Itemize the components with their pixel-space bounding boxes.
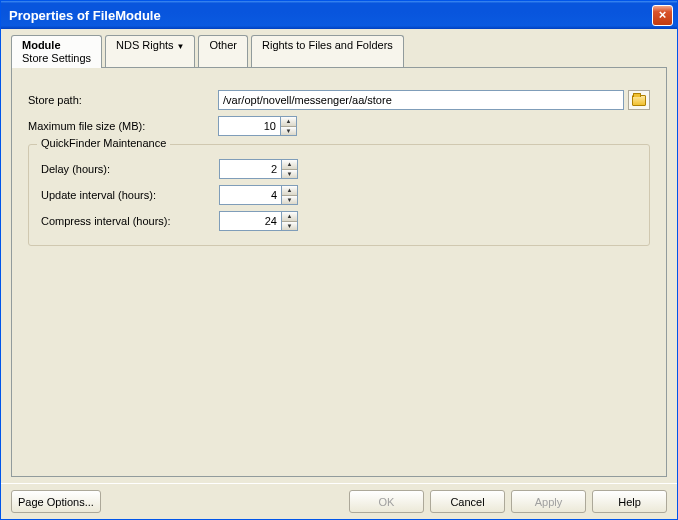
spin-down-icon[interactable]: ▼ [281, 127, 296, 136]
spin-down-icon[interactable]: ▼ [282, 222, 297, 231]
spin-up-icon[interactable]: ▲ [282, 186, 297, 196]
spin-down-icon[interactable]: ▼ [282, 170, 297, 179]
tab-module-label: Module [22, 39, 61, 51]
help-button[interactable]: Help [592, 490, 667, 513]
tab-other-label: Other [209, 39, 237, 51]
dialog-footer: Page Options... OK Cancel Apply Help [1, 483, 677, 519]
compress-spinner: ▲ ▼ [219, 211, 299, 231]
tab-panel: Store path: Maximum file size (MB): ▲ ▼ … [11, 67, 667, 477]
tab-nds-rights[interactable]: NDS Rights▼ [105, 35, 195, 67]
row-delay: Delay (hours): ▲ ▼ [41, 159, 637, 179]
store-path-input[interactable] [218, 90, 624, 110]
group-legend: QuickFinder Maintenance [37, 137, 170, 149]
folder-icon [632, 95, 646, 106]
tab-strip: Module Store Settings NDS Rights▼ Other … [11, 35, 667, 67]
update-label: Update interval (hours): [41, 189, 219, 201]
tab-module-sub: Store Settings [22, 52, 91, 65]
delay-spin-buttons: ▲ ▼ [281, 159, 298, 179]
close-button[interactable]: × [652, 5, 673, 26]
apply-button[interactable]: Apply [511, 490, 586, 513]
spin-up-icon[interactable]: ▲ [282, 212, 297, 222]
chevron-down-icon: ▼ [177, 42, 185, 51]
tab-rights-files[interactable]: Rights to Files and Folders [251, 35, 404, 67]
delay-spinner: ▲ ▼ [219, 159, 299, 179]
tab-nds-label: NDS Rights [116, 39, 173, 51]
dialog-window: Properties of FileModule × Module Store … [0, 0, 678, 520]
tab-module[interactable]: Module Store Settings [11, 35, 102, 68]
row-update: Update interval (hours): ▲ ▼ [41, 185, 637, 205]
tab-other[interactable]: Other [198, 35, 248, 67]
page-options-button[interactable]: Page Options... [11, 490, 101, 513]
row-store-path: Store path: [28, 90, 650, 110]
content-area: Module Store Settings NDS Rights▼ Other … [1, 29, 677, 483]
delay-label: Delay (hours): [41, 163, 219, 175]
spin-up-icon[interactable]: ▲ [282, 160, 297, 170]
update-spin-buttons: ▲ ▼ [281, 185, 298, 205]
row-compress: Compress interval (hours): ▲ ▼ [41, 211, 637, 231]
spin-down-icon[interactable]: ▼ [282, 196, 297, 205]
max-size-label: Maximum file size (MB): [28, 120, 218, 132]
ok-button[interactable]: OK [349, 490, 424, 513]
window-title: Properties of FileModule [9, 8, 652, 23]
titlebar[interactable]: Properties of FileModule × [1, 1, 677, 29]
delay-input[interactable] [219, 159, 281, 179]
update-spinner: ▲ ▼ [219, 185, 299, 205]
browse-button[interactable] [628, 90, 650, 110]
compress-input[interactable] [219, 211, 281, 231]
close-icon: × [659, 7, 667, 22]
quickfinder-group: QuickFinder Maintenance Delay (hours): ▲… [28, 144, 650, 246]
spin-up-icon[interactable]: ▲ [281, 117, 296, 127]
max-size-spinner: ▲ ▼ [218, 116, 298, 136]
tab-rights-label: Rights to Files and Folders [262, 39, 393, 51]
compress-spin-buttons: ▲ ▼ [281, 211, 298, 231]
cancel-button[interactable]: Cancel [430, 490, 505, 513]
store-path-label: Store path: [28, 94, 218, 106]
max-size-input[interactable] [218, 116, 280, 136]
max-size-spin-buttons: ▲ ▼ [280, 116, 297, 136]
row-max-size: Maximum file size (MB): ▲ ▼ [28, 116, 650, 136]
compress-label: Compress interval (hours): [41, 215, 219, 227]
update-input[interactable] [219, 185, 281, 205]
